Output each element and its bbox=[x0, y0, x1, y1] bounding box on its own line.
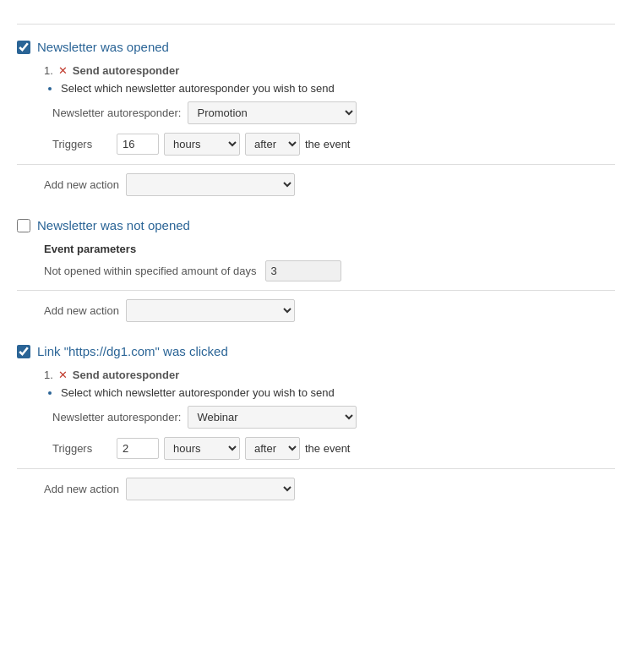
after-select[interactable]: afterbefore bbox=[245, 437, 300, 460]
section-newsletter-opened: Newsletter was opened1.✕Send autorespond… bbox=[17, 40, 615, 196]
checkbox-newsletter-not-opened[interactable] bbox=[17, 219, 30, 232]
add-action-row-newsletter-opened: Add new action bbox=[44, 173, 615, 196]
action-block-newsletter-opened-0: 1.✕Send autoresponderSelect which newsle… bbox=[44, 64, 615, 156]
section-link-clicked: Link "https://dg1.com" was clicked1.✕Sen… bbox=[17, 344, 615, 500]
action-label: Send autoresponder bbox=[73, 369, 179, 381]
event-params-block: Event parametersNot opened within specif… bbox=[44, 243, 615, 281]
section-divider bbox=[17, 290, 615, 291]
trigger-value-input[interactable] bbox=[117, 134, 159, 155]
action-number-row-2-0: 1.✕Send autoresponder bbox=[44, 369, 615, 381]
after-select[interactable]: afterbefore bbox=[245, 133, 300, 156]
event-params-text: Not opened within specified amount of da… bbox=[44, 265, 257, 277]
section-title-link-clicked: Link "https://dg1.com" was clicked bbox=[37, 344, 228, 358]
trigger-value-input[interactable] bbox=[117, 438, 159, 459]
newsletter-row-2-0: Newsletter autoresponder:PromotionWebina… bbox=[52, 406, 615, 429]
section-title-newsletter-opened: Newsletter was opened bbox=[37, 40, 169, 54]
add-action-label: Add new action bbox=[44, 178, 119, 191]
section-divider bbox=[17, 468, 615, 469]
hours-select[interactable]: minuteshoursdays bbox=[164, 133, 240, 156]
triggers-label: Triggers bbox=[52, 442, 112, 455]
event-params-row: Not opened within specified amount of da… bbox=[44, 260, 615, 281]
checkbox-newsletter-opened[interactable] bbox=[17, 41, 30, 54]
action-number-label: 1. bbox=[44, 64, 53, 77]
newsletter-row-0-0: Newsletter autoresponder:PromotionWebina… bbox=[52, 101, 615, 124]
bullet-item: Select which newsletter autoresponder yo… bbox=[61, 386, 615, 399]
bullet-item: Select which newsletter autoresponder yo… bbox=[61, 82, 615, 95]
add-action-row-newsletter-not-opened: Add new action bbox=[44, 299, 615, 322]
section-header-newsletter-opened: Newsletter was opened bbox=[17, 40, 615, 54]
event-text: the event bbox=[305, 442, 351, 455]
triggers-label: Triggers bbox=[52, 138, 112, 150]
checkbox-link-clicked[interactable] bbox=[17, 345, 30, 358]
triggers-row-2-0: Triggersminuteshoursdaysafterbeforethe e… bbox=[52, 437, 615, 460]
section-title-newsletter-not-opened: Newsletter was not opened bbox=[37, 218, 190, 232]
close-icon[interactable]: ✕ bbox=[58, 64, 68, 77]
section-header-link-clicked: Link "https://dg1.com" was clicked bbox=[17, 344, 615, 358]
triggers-row-0-0: Triggersminuteshoursdaysafterbeforethe e… bbox=[52, 133, 615, 156]
event-params-title: Event parameters bbox=[44, 243, 615, 255]
section-header-newsletter-not-opened: Newsletter was not opened bbox=[17, 218, 615, 232]
event-text: the event bbox=[305, 138, 351, 150]
add-action-select[interactable] bbox=[126, 299, 295, 322]
add-action-select[interactable] bbox=[126, 478, 295, 500]
hours-select[interactable]: minuteshoursdays bbox=[164, 437, 240, 460]
newsletter-autoresponder-select[interactable]: PromotionWebinarWelcome bbox=[188, 101, 357, 124]
action-block-link-clicked-0: 1.✕Send autoresponderSelect which newsle… bbox=[44, 369, 615, 460]
newsletter-autoresponder-label: Newsletter autoresponder: bbox=[52, 411, 181, 423]
days-value-input[interactable] bbox=[265, 260, 341, 281]
page-title bbox=[17, 14, 615, 25]
action-label: Send autoresponder bbox=[73, 64, 179, 77]
section-newsletter-not-opened: Newsletter was not openedEvent parameter… bbox=[17, 218, 615, 322]
add-action-label: Add new action bbox=[44, 304, 119, 317]
action-number-label: 1. bbox=[44, 369, 53, 381]
add-action-row-link-clicked: Add new action bbox=[44, 478, 615, 500]
close-icon[interactable]: ✕ bbox=[58, 369, 68, 381]
action-number-row-0-0: 1.✕Send autoresponder bbox=[44, 64, 615, 77]
newsletter-autoresponder-select[interactable]: PromotionWebinarWelcome bbox=[188, 406, 357, 429]
add-action-label: Add new action bbox=[44, 483, 119, 495]
add-action-select[interactable] bbox=[126, 173, 295, 196]
newsletter-autoresponder-label: Newsletter autoresponder: bbox=[52, 107, 181, 119]
section-divider bbox=[17, 164, 615, 165]
